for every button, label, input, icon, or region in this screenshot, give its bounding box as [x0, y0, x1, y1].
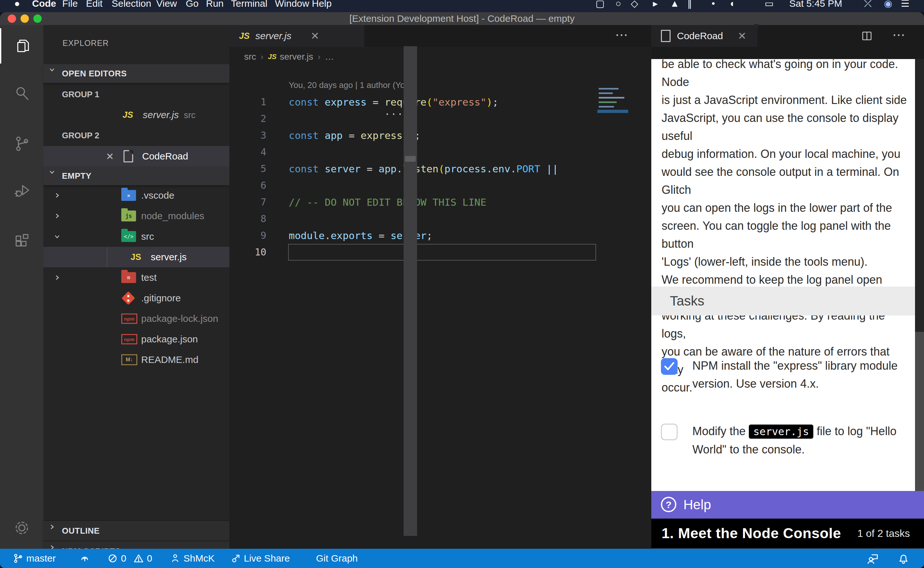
tree-item-package-lock[interactable]: npm package-lock.json [43, 308, 229, 329]
code-line-10[interactable]: 10 [229, 244, 628, 261]
code-line-9[interactable]: 9module.exports = server; [229, 227, 628, 244]
menu-extra-icon[interactable]: ▢ [595, 0, 604, 12]
close-tab-icon[interactable]: ✕ [738, 30, 746, 42]
webview-scrollbar[interactable] [915, 59, 924, 491]
user-status[interactable]: ShMcK [170, 549, 215, 568]
cursor-icon[interactable]: ▸ [653, 0, 658, 12]
sync-status[interactable] [80, 549, 90, 568]
text-input-icon[interactable]: ∥ [687, 0, 692, 12]
editor-sash[interactable] [404, 46, 417, 536]
code-line-3[interactable]: 3const app = express(); [229, 127, 628, 144]
menu-clock[interactable]: Sat 5:45 PM [789, 0, 842, 12]
minimap[interactable] [597, 85, 628, 219]
outline-label: OUTLINE [62, 526, 100, 536]
settings-gear-icon[interactable] [0, 510, 43, 545]
tab-coderoad[interactable]: CodeRoad ✕ [651, 25, 757, 47]
menu-terminal[interactable]: Terminal [231, 0, 267, 12]
tree-item-gitignore[interactable]: .gitignore [43, 288, 229, 308]
group1-label: GROUP 1 [62, 89, 99, 100]
battery-icon[interactable]: ▭ [764, 0, 773, 12]
extensions-icon[interactable] [0, 224, 43, 259]
close-tab-icon[interactable]: ✕ [311, 30, 319, 42]
live-share-status[interactable]: Live Share [231, 549, 290, 568]
menu-edit[interactable]: Edit [86, 0, 102, 12]
menu-selection[interactable]: Selection [112, 0, 151, 12]
open-editor-detail: src [184, 110, 195, 120]
siri-icon[interactable]: ◉ [884, 0, 892, 12]
panel-actions-more-icon[interactable]: ⋯ [892, 25, 906, 47]
notifications-bell-icon[interactable] [897, 549, 910, 568]
volume-icon[interactable]: ◖ [729, 0, 735, 12]
open-editor-serverjs[interactable]: JS server.jssrc [43, 104, 229, 125]
tree-item-serverjs[interactable]: JS server.js [43, 247, 229, 267]
menu-window[interactable]: Window [275, 0, 309, 12]
code-line-2[interactable]: 2 [229, 110, 628, 127]
code-line-6[interactable]: 6 [229, 177, 628, 194]
current-line-highlight [288, 244, 596, 261]
js-file-icon: JS [239, 31, 250, 41]
control-center-icon[interactable]: ☰ [901, 0, 910, 12]
open-editor-coderoad[interactable]: ✕ CodeRoad [43, 146, 229, 166]
menu-help[interactable]: Help [312, 0, 332, 12]
git-graph-status[interactable]: Git Graph [316, 549, 358, 568]
source-control-icon[interactable] [0, 126, 43, 162]
code-line-4[interactable]: 4 [229, 144, 628, 160]
code-line-1[interactable]: 1const express = require("express"); [229, 94, 628, 110]
title-bar[interactable]: [Extension Development Host] - CodeRoad … [0, 12, 924, 26]
menu-run[interactable]: Run [206, 0, 224, 12]
breadcrumb[interactable]: src › JS server.js › … [229, 47, 628, 67]
webview-scrollbar-thumb[interactable] [915, 59, 924, 332]
menu-extra2-icon[interactable]: ○ [615, 0, 621, 12]
tree-item-src[interactable]: </> src [43, 226, 229, 247]
tree-item-node-modules[interactable]: js node_modules [43, 206, 229, 226]
close-editor-icon[interactable]: ✕ [106, 151, 114, 162]
spotlight-icon[interactable]: ⤫ [864, 0, 872, 12]
search-icon[interactable] [0, 76, 43, 111]
menu-code[interactable]: Code [32, 0, 56, 12]
problems-status[interactable]: 0 0 [107, 549, 152, 568]
split-editor-icon[interactable] [861, 30, 873, 43]
task1-text: NPM install the "express" library module… [692, 357, 908, 393]
feedback-icon[interactable] [866, 549, 879, 568]
coderoad-webview: be able to check what's going on in your… [651, 59, 915, 491]
tree-item-test[interactable]: ⌗ test [43, 267, 229, 288]
run-debug-icon[interactable] [0, 173, 43, 208]
apple-menu-icon[interactable]: ● [14, 0, 20, 12]
explorer-icon[interactable] [0, 28, 45, 63]
keyboard-icon[interactable]: ▲ [670, 0, 680, 12]
empty-section-header[interactable]: EMPTY [43, 166, 229, 185]
code-line-8[interactable]: 8 [229, 210, 628, 227]
breadcrumb-file[interactable]: server.js [280, 52, 313, 62]
lesson-title-bar[interactable]: 1. Meet the Node Console 1 of 2 tasks [651, 518, 924, 548]
tree-item-vscode[interactable]: ✕ .vscode [43, 185, 229, 206]
breadcrumb-src[interactable]: src [244, 52, 256, 62]
lesson-paragraph: be able to check what's going on in your… [662, 59, 908, 397]
code-line-7[interactable]: 7// -- DO NOT EDIT BELOW THIS LINE [229, 194, 628, 210]
open-editor-label: server.jssrc [143, 109, 195, 120]
code-lines[interactable]: 1const express = require("express");23co… [229, 94, 628, 261]
explorer-sidebar: EXPLORER OPEN EDITORS GROUP 1 JS server.… [43, 25, 229, 549]
tree-item-readme[interactable]: M↓ README.md [43, 349, 229, 370]
menu-view[interactable]: View [156, 0, 177, 12]
menu-go[interactable]: Go [186, 0, 199, 12]
task2-checkbox-unchecked[interactable] [661, 424, 678, 440]
file-icon [661, 30, 671, 42]
editor-actions-more-icon[interactable]: ⋯ [615, 25, 629, 47]
menu-file[interactable]: File [62, 0, 78, 12]
help-bar[interactable]: ? Help [651, 491, 924, 518]
code-line-5[interactable]: 5const server = app.listen(process.env.P… [229, 160, 628, 177]
outline-section-header[interactable]: OUTLINE [43, 520, 229, 541]
codelens-annotation[interactable]: You, 20 days ago | 1 author (You) [289, 80, 412, 90]
vscode-folder-icon: ✕ [121, 190, 136, 201]
git-branch-status[interactable]: master [13, 549, 56, 568]
task1-checkbox-checked[interactable] [661, 358, 678, 375]
sash-handle[interactable] [405, 156, 416, 162]
coderoad-tab-bar: CodeRoad ✕ ⋯ [651, 25, 924, 47]
breadcrumb-more[interactable]: … [325, 52, 334, 62]
editor-tab-bar: JS server.js ✕ ⋯ [229, 25, 651, 47]
tree-item-package-json[interactable]: npm package.json [43, 329, 229, 349]
tab-serverjs[interactable]: JS server.js ✕ [229, 25, 364, 47]
open-editors-header[interactable]: OPEN EDITORS [43, 64, 229, 83]
chevron-right-icon [54, 192, 61, 199]
shield-icon[interactable]: ◇ [631, 0, 638, 12]
